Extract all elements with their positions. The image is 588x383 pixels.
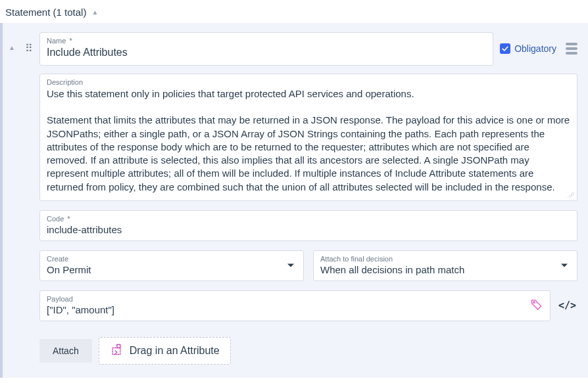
payload-value: ["ID", "amount"] — [47, 304, 543, 315]
checkbox-checked-icon — [500, 43, 510, 54]
payload-field[interactable]: Payload ["ID", "amount"] — [39, 290, 551, 321]
resize-handle-icon[interactable] — [568, 191, 574, 198]
svg-point-0 — [533, 302, 535, 303]
description-field[interactable]: Description Use this statement only in p… — [39, 74, 577, 201]
dropzone-label: Drag in an Attribute — [130, 345, 220, 357]
statement-card: ⠿ Name * Include Attributes Obligatory D… — [21, 23, 588, 378]
gutter: ▲ — [3, 23, 21, 378]
chevron-down-icon — [561, 264, 568, 267]
tag-icon[interactable] — [530, 298, 543, 313]
collapse-item-caret-icon[interactable]: ▲ — [9, 44, 15, 378]
attach-button[interactable]: Attach — [39, 339, 92, 363]
create-select[interactable]: Create On Permit — [39, 250, 304, 281]
name-label: Name * — [47, 37, 486, 45]
attach-final-label: Attach to final decision — [320, 255, 570, 263]
attach-final-select[interactable]: Attach to final decision When all decisi… — [313, 250, 577, 281]
description-label: Description — [47, 78, 570, 86]
obligatory-checkbox[interactable]: Obligatory — [500, 43, 556, 54]
section-header[interactable]: Statement (1 total) ▲ — [0, 0, 588, 23]
code-label: Code * — [47, 215, 570, 223]
collapse-caret-icon: ▲ — [91, 9, 98, 16]
attach-final-value: When all decisions in path match — [320, 264, 570, 275]
payload-label: Payload — [47, 295, 543, 303]
section-title: Statement (1 total) — [5, 7, 86, 18]
code-view-toggle[interactable]: </> — [557, 300, 577, 311]
attribute-dropzone[interactable]: Drag in an Attribute — [99, 337, 231, 365]
obligatory-label: Obligatory — [514, 43, 556, 54]
create-label: Create — [47, 255, 297, 263]
name-value: Include Attributes — [47, 46, 486, 60]
create-value: On Permit — [47, 264, 297, 275]
description-value: Use this statement only in policies that… — [47, 87, 570, 194]
drag-attribute-icon — [110, 343, 123, 359]
code-value: include-attributes — [47, 224, 570, 235]
code-field[interactable]: Code * include-attributes — [39, 210, 577, 241]
name-field[interactable]: Name * Include Attributes — [39, 32, 493, 66]
drag-handle-icon[interactable]: ⠿ — [24, 43, 33, 54]
chevron-down-icon — [287, 264, 294, 267]
statement-panel: ▲ ⠿ Name * Include Attributes Obligatory — [0, 23, 588, 378]
hamburger-menu-icon[interactable] — [563, 41, 577, 56]
